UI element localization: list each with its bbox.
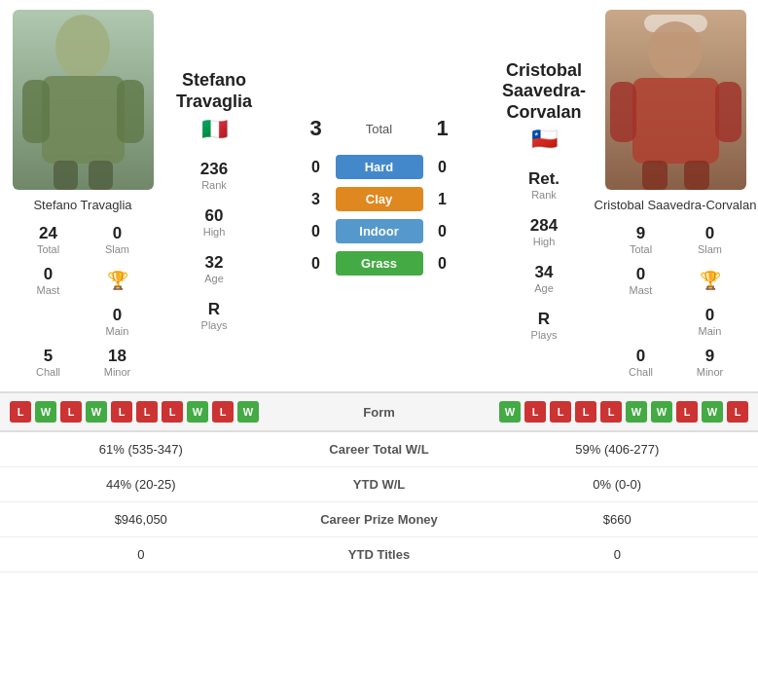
left-rank-block: 236 Rank [185,160,243,191]
right-mast-value: 0 [609,265,672,284]
indoor-right: 0 [433,223,452,240]
form-badge-w: W [35,401,56,423]
right-player-name-top: CristobalSaavedra-Corvalan [502,60,586,124]
form-badge-w: W [499,401,521,423]
right-rank-value: Ret. [528,169,559,189]
right-slam-label: Slam [678,243,741,255]
right-age-value: 34 [535,263,554,282]
form-badge-l: L [212,401,234,423]
right-age-block: 34 Age [515,263,573,294]
right-total-label: Total [609,243,672,255]
svg-rect-12 [684,161,709,190]
right-player-stats: 9 Total 0 Slam 0 Mast 🏆 0 Main [607,220,743,382]
right-player-card: Cristobal Saavedra-Corvalan 9 Total 0 Sl… [593,10,758,382]
right-mast-label: Mast [609,284,672,296]
stats-left-value: $946,050 [0,512,282,527]
right-chall-label: Chall [609,366,672,378]
form-label: Form [321,405,438,420]
left-high-label: High [203,226,226,238]
right-trophy: 🏆 [676,261,743,300]
left-plays-block: R Plays [185,300,243,331]
stats-right-value: 59% (406-277) [477,442,759,457]
stats-right-value: 0% (0-0) [477,477,759,492]
form-badge-l: L [60,401,82,423]
stats-center-label: YTD W/L [282,477,477,492]
form-badge-l: L [162,401,183,423]
stats-left-value: 61% (535-347) [0,442,282,457]
form-badge-l: L [575,401,596,423]
stats-table: 61% (535-347)Career Total W/L59% (406-27… [0,431,758,572]
stats-row: 44% (20-25)YTD W/L0% (0-0) [0,467,758,502]
surfaces-section: 3 Total 1 0 Hard 0 3 Clay 1 0 Indoor 0 0 [263,10,495,382]
grass-row: 0 Grass 0 [307,251,452,276]
right-slam-value: 0 [678,224,741,243]
left-total-value: 24 [17,224,80,243]
left-age-block: 32 Age [185,253,243,284]
left-main-cell: 0 Main [84,302,151,341]
left-middle-stats: StefanoTravaglia 🇮🇹 236 Rank 60 High 32 … [165,10,263,382]
stats-row: 61% (535-347)Career Total W/L59% (406-27… [0,432,758,467]
left-rank-value: 236 [200,160,228,179]
left-flag: 🇮🇹 [201,117,228,142]
right-age-label: Age [534,282,554,294]
right-minor-label: Minor [678,366,741,378]
stats-center-label: Career Prize Money [282,512,477,527]
stats-right-value: $660 [477,512,759,527]
right-rank-block: Ret. Rank [515,169,573,201]
total-row: 3 Total 1 [307,116,452,141]
svg-rect-5 [89,161,113,190]
right-main-value: 0 [678,306,741,325]
left-player-silhouette [13,10,154,190]
hard-left: 0 [307,159,326,176]
left-trophy: 🏆 [84,261,151,300]
left-player-name-top: StefanoTravaglia [176,70,252,112]
left-total-cell: 24 Total [15,220,82,259]
left-player-card: Stefano Travaglia 24 Total 0 Slam 0 Mast… [0,10,165,382]
form-badge-l: L [550,401,571,423]
right-middle-stats: CristobalSaavedra-Corvalan 🇨🇱 Ret. Rank … [495,10,593,382]
left-minor-cell: 18 Minor [84,343,151,382]
form-badge-w: W [702,401,723,423]
form-badge-l: L [111,401,132,423]
left-rank-label: Rank [201,179,227,191]
left-player-photo [13,10,154,190]
left-main-placeholder [15,302,82,341]
right-plays-block: R Plays [515,310,573,341]
stats-center-label: YTD Titles [282,547,477,562]
clay-right: 1 [433,191,452,208]
left-high-block: 60 High [185,206,243,238]
hard-right: 0 [433,159,452,176]
form-badge-l: L [136,401,158,423]
right-player-name: Cristobal Saavedra-Corvalan [595,198,757,212]
left-high-value: 60 [205,206,224,226]
svg-rect-4 [54,161,78,190]
right-high-block: 284 High [515,216,573,247]
left-age-value: 32 [205,253,224,273]
form-section: LWLWLLLWLW Form WLLLLWWLWL [0,392,758,430]
right-total-value: 9 [609,224,672,243]
grass-left: 0 [307,255,326,273]
right-main-label: Main [678,325,741,337]
left-total-label: Total [17,243,80,255]
right-minor-cell: 9 Minor [676,343,743,382]
hard-btn: Hard [336,155,423,179]
right-main-placeholder [607,302,674,341]
stats-row: 0YTD Titles0 [0,537,758,572]
right-slam-cell: 0 Slam [676,220,743,259]
svg-rect-1 [42,76,125,164]
left-slam-label: Slam [86,243,149,255]
form-badge-w: W [86,401,107,423]
left-minor-value: 18 [86,347,149,366]
left-chall-label: Chall [17,366,80,378]
trophy-icon-left: 🏆 [107,270,128,291]
svg-rect-9 [610,82,636,142]
left-plays-label: Plays [201,319,228,331]
left-player-name: Stefano Travaglia [33,198,131,212]
svg-point-0 [55,15,110,79]
right-plays-label: Plays [531,329,558,341]
main-container: Stefano Travaglia 24 Total 0 Slam 0 Mast… [0,0,758,572]
svg-rect-11 [642,161,668,190]
left-slam-value: 0 [86,224,149,243]
stats-center-label: Career Total W/L [282,442,477,457]
left-player-stats: 24 Total 0 Slam 0 Mast 🏆 0 Main [15,220,151,382]
